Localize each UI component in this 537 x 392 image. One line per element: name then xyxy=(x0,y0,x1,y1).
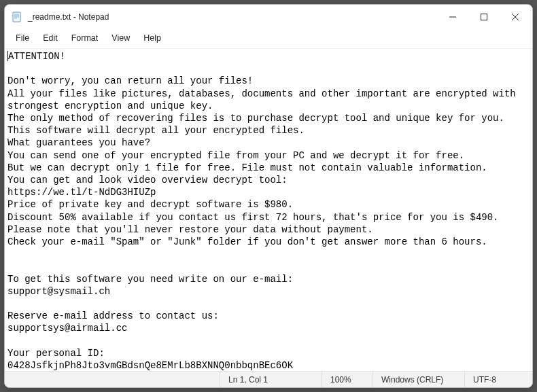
document-content: ATTENTION! Don't worry, you can return a… xyxy=(7,51,521,371)
status-encoding: UTF-8 xyxy=(464,372,532,387)
window-title: _readme.txt - Notepad xyxy=(28,12,109,22)
maximize-icon xyxy=(481,14,487,20)
menubar: File Edit Format View Help xyxy=(5,29,532,48)
minimize-icon xyxy=(449,14,456,20)
statusbar: Ln 1, Col 1 100% Windows (CRLF) UTF-8 xyxy=(5,371,532,387)
text-editor[interactable]: ATTENTION! Don't worry, you can return a… xyxy=(5,48,532,371)
status-empty xyxy=(5,372,220,387)
menu-edit[interactable]: Edit xyxy=(36,31,65,46)
menu-help[interactable]: Help xyxy=(137,31,168,46)
menu-file[interactable]: File xyxy=(9,31,36,46)
minimize-button[interactable] xyxy=(437,6,468,28)
close-button[interactable] xyxy=(500,6,531,28)
status-eol: Windows (CRLF) xyxy=(373,372,464,387)
notepad-window: _readme.txt - Notepad File Edit Format V… xyxy=(4,4,533,388)
close-icon xyxy=(512,14,519,20)
status-line-col: Ln 1, Col 1 xyxy=(220,372,322,387)
titlebar: _readme.txt - Notepad xyxy=(5,5,532,29)
notepad-icon xyxy=(12,12,22,22)
menu-view[interactable]: View xyxy=(105,31,137,46)
svg-rect-6 xyxy=(481,14,487,20)
menu-format[interactable]: Format xyxy=(65,31,105,46)
maximize-button[interactable] xyxy=(468,6,500,28)
status-zoom: 100% xyxy=(322,372,373,387)
